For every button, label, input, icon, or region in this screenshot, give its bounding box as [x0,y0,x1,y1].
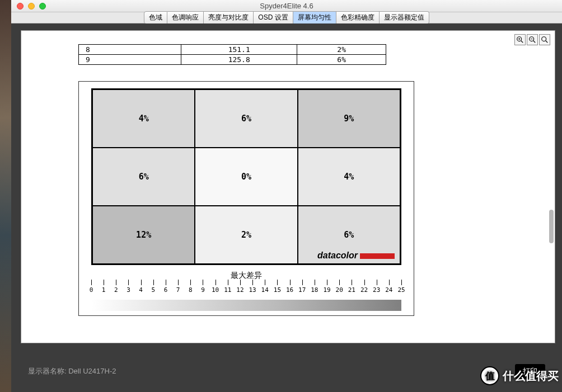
svg-line-1 [521,41,523,43]
tab-bar: 色域色调响应亮度与对比度OSD 设置屏幕均匀性色彩精确度显示器额定值 [11,12,562,23]
window-title: Spyder4Elite 4.6 [11,2,562,10]
legend: 0123456789101112131415161718192021222324… [91,283,401,311]
uniformity-chart: 4% 6% 9% 6% 0% 4% 12% 2% 6% datacolor 最大… [78,81,414,316]
display-name-label: 显示器名称: Dell U2417H-2 [28,366,116,376]
watermark-icon: 值 [480,366,499,385]
grid-cell: 12% [92,206,195,264]
desktop-strip [0,0,11,392]
data-table: 8151.12%9125.86% [78,44,386,65]
tab-item[interactable]: 色调响应 [167,11,204,24]
zoom-out-icon[interactable] [527,34,538,45]
zoom-fit-icon[interactable] [539,34,550,45]
svg-line-8 [546,41,548,43]
grid-cell: 6% [195,89,297,148]
grid-cell: 4% [92,89,195,148]
brand-logo: datacolor [317,251,395,261]
report-frame: 8151.12%9125.86% [21,30,555,343]
svg-line-5 [533,41,536,43]
tab-item[interactable]: 亮度与对比度 [204,11,254,24]
grid-cell: 9% [298,89,400,148]
table-row: 9125.86% [79,55,386,65]
tab-item[interactable]: OSD 设置 [254,11,293,24]
scrollbar-thumb[interactable] [549,210,554,243]
grid-cell: 2% [195,206,297,264]
grid-cell: 6% [92,148,195,206]
table-row: 8151.12% [79,45,386,55]
footer: 显示器名称: Dell U2417H-2 打印 [28,365,545,378]
tab-item[interactable]: 显示器额定值 [380,11,429,24]
svg-point-7 [542,37,546,41]
window-titlebar: Spyder4Elite 4.6 [11,0,562,12]
tab-item[interactable]: 屏幕均匀性 [293,11,336,24]
watermark: 值 什么值得买 [480,366,559,385]
app-body: 8151.12%9125.86% [11,23,562,392]
tab-item[interactable]: 色彩精确度 [336,11,380,24]
grid-cell: 0% [195,148,297,206]
legend-title: 最大差异 [79,271,414,281]
grid-cell: 4% [298,148,400,206]
tab-item[interactable]: 色域 [144,11,167,24]
zoom-in-icon[interactable] [514,34,526,45]
